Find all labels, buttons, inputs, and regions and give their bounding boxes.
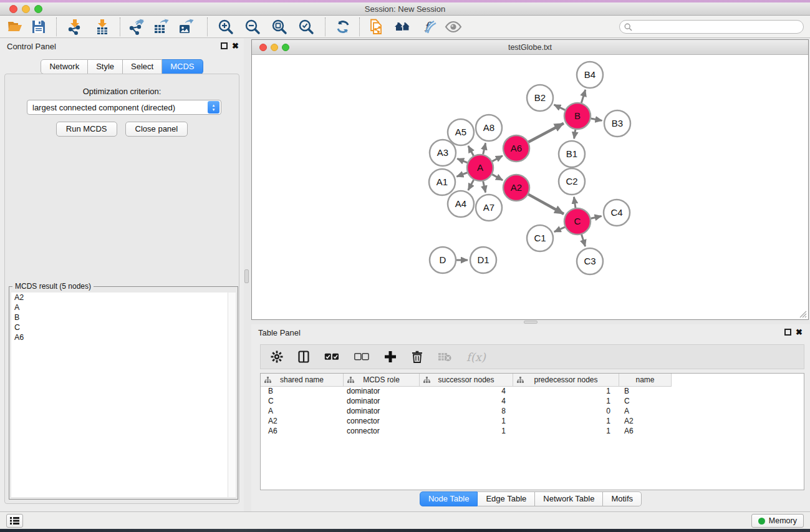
column-header-shared-name[interactable]: shared name [261, 374, 344, 387]
tab-node-table[interactable]: Node Table [420, 491, 478, 506]
result-list-item[interactable]: B [11, 312, 236, 322]
float-panel-icon[interactable] [221, 42, 228, 49]
zoom-out-icon[interactable] [244, 18, 261, 36]
add-column-icon[interactable] [384, 349, 397, 365]
tab-network-table[interactable]: Network Table [535, 491, 603, 506]
result-list-item[interactable]: A [11, 302, 236, 312]
edge-B-B4[interactable] [581, 90, 585, 103]
search-input[interactable] [635, 21, 803, 32]
table-cell[interactable]: A [261, 407, 344, 417]
zoom-fit-icon[interactable] [271, 18, 288, 36]
table-cell[interactable]: A [619, 407, 672, 417]
function-builder-icon[interactable]: f(x) [466, 349, 486, 365]
run-mcds-button[interactable]: Run MCDS [56, 122, 117, 137]
edge-A-A8[interactable] [483, 143, 486, 154]
edge-B-B2[interactable] [554, 105, 566, 110]
result-list-item[interactable]: A2 [11, 293, 236, 302]
table-cell[interactable]: dominator [344, 407, 420, 417]
table-cell[interactable]: C [619, 397, 672, 407]
node-table[interactable]: shared nameMCDS rolesuccessor nodesprede… [260, 373, 804, 490]
edge-B-B1[interactable] [574, 130, 576, 139]
table-cell[interactable]: dominator [344, 387, 420, 397]
vertical-divider-handle[interactable] [244, 269, 249, 283]
table-cell[interactable]: 4 [420, 397, 513, 407]
tab-mcds[interactable]: MCDS [162, 59, 203, 74]
mcds-result-list[interactable]: A2ABCA6 [11, 293, 236, 497]
edge-A-A5[interactable] [468, 146, 474, 156]
column-header-successor-nodes[interactable]: successor nodes [420, 374, 513, 387]
table-cell[interactable]: B [261, 387, 344, 397]
task-history-button[interactable] [6, 514, 23, 528]
export-image-icon[interactable] [177, 18, 195, 36]
edge-A2-C[interactable] [528, 195, 564, 214]
close-table-panel-icon[interactable]: ✖ [796, 327, 803, 337]
result-scrollbar[interactable] [228, 293, 236, 497]
column-header-name[interactable]: name [619, 374, 672, 387]
table-cell[interactable]: A6 [619, 427, 672, 437]
table-cell[interactable]: dominator [344, 397, 420, 407]
table-row[interactable]: A2connector11A2 [261, 417, 804, 427]
table-cell[interactable]: 1 [513, 417, 619, 427]
table-cell[interactable]: connector [344, 427, 420, 437]
edge-C-C3[interactable] [582, 235, 586, 246]
show-networks-icon[interactable] [394, 18, 412, 36]
table-cell[interactable]: B [619, 387, 672, 397]
zoom-selected-icon[interactable] [297, 18, 315, 36]
result-list-item[interactable]: C [11, 322, 236, 332]
network-graph[interactable]: B4B2BB3A5A8A6B1A3AC2A1A2A4A7C4CC1C3DD1 [252, 55, 808, 319]
hide-graphics-icon[interactable]: f [421, 18, 438, 36]
clone-network-icon[interactable] [368, 18, 385, 36]
edge-A-A2[interactable] [492, 175, 503, 180]
edge-A-A7[interactable] [483, 181, 486, 192]
edge-C-C4[interactable] [591, 216, 601, 218]
edge-A-A4[interactable] [468, 180, 474, 190]
edge-C-C2[interactable] [574, 197, 575, 208]
refresh-icon[interactable] [334, 18, 352, 36]
criterion-dropdown[interactable]: largest connected component (directed) ▲… [27, 100, 221, 115]
tab-style[interactable]: Style [88, 59, 123, 74]
select-all-icon[interactable] [324, 349, 339, 365]
table-cell[interactable]: C [261, 397, 344, 407]
network-window-titlebar[interactable]: testGlobe.txt [252, 40, 808, 55]
column-visibility-icon[interactable] [298, 349, 309, 365]
horizontal-divider-handle[interactable] [524, 321, 538, 324]
export-table-icon[interactable] [152, 18, 170, 36]
table-cell[interactable]: 1 [420, 427, 513, 437]
search-field[interactable] [619, 20, 804, 34]
edge-A-A6[interactable] [492, 156, 503, 162]
resize-grip-icon[interactable] [798, 309, 807, 318]
table-cell[interactable]: 8 [420, 407, 513, 417]
edge-A-A1[interactable] [456, 173, 467, 177]
column-header-MCDS-role[interactable]: MCDS role [344, 374, 420, 387]
table-row[interactable]: A6connector11A6 [261, 427, 804, 437]
deselect-all-icon[interactable] [354, 349, 369, 365]
table-row[interactable]: Cdominator41C [261, 397, 804, 407]
delete-column-icon[interactable] [412, 349, 423, 365]
table-cell[interactable]: A2 [261, 417, 344, 427]
table-row[interactable]: Adominator80A [261, 407, 804, 417]
import-table-icon[interactable] [94, 18, 111, 36]
toggle-visibility-icon[interactable] [445, 18, 462, 36]
table-cell[interactable]: 0 [513, 407, 619, 417]
table-cell[interactable]: 1 [513, 397, 619, 407]
edge-A6-B[interactable] [528, 123, 563, 142]
table-cell[interactable]: A2 [619, 417, 672, 427]
delete-table-icon[interactable] [438, 349, 451, 365]
table-cell[interactable]: connector [344, 417, 420, 427]
table-row[interactable]: Bdominator41B [261, 387, 804, 397]
float-table-panel-icon[interactable] [784, 329, 791, 336]
close-panel-button[interactable]: Close panel [125, 122, 188, 137]
table-cell[interactable]: 1 [513, 387, 619, 397]
zoom-in-icon[interactable] [217, 18, 234, 36]
result-list-item[interactable]: A6 [11, 332, 236, 342]
open-session-icon[interactable] [6, 18, 24, 36]
table-cell[interactable]: 4 [420, 387, 513, 397]
network-canvas[interactable]: B4B2BB3A5A8A6B1A3AC2A1A2A4A7C4CC1C3DD1 [252, 55, 808, 319]
memory-button[interactable]: Memory [751, 514, 804, 528]
export-network-icon[interactable] [127, 18, 145, 36]
settings-gear-icon[interactable] [271, 349, 283, 365]
tab-edge-table[interactable]: Edge Table [478, 491, 535, 506]
column-header-predecessor-nodes[interactable]: predecessor nodes [513, 374, 619, 387]
tab-select[interactable]: Select [123, 59, 162, 74]
table-cell[interactable]: 1 [420, 417, 513, 427]
